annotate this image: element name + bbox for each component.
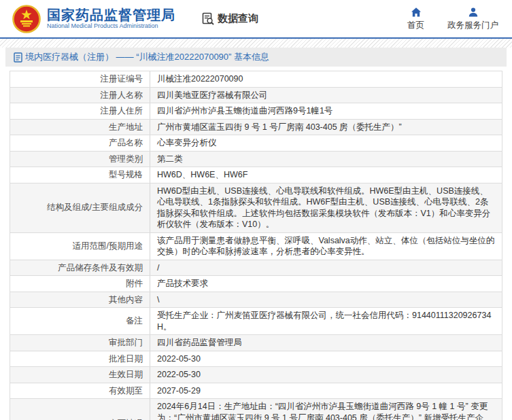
data-query-label: 数据查询 [218,12,258,25]
row-value: 2027-05-29 [150,383,502,399]
row-label: 结构及组成/主要组成成分 [10,183,150,232]
row-value: 心率变异分析仪 [150,135,502,151]
row-label: 审批部门 [10,335,150,351]
nav-gov-portal-label: 政务服务门户 [447,20,498,31]
nav-gov-portal[interactable]: 政务服务门户 [447,7,498,31]
org-name-cn: 国家药品监督管理局 [47,7,175,22]
top-nav: 首页 政务服务门户 [407,7,504,31]
row-label: 生产地址 [10,120,150,135]
row-value: 产品技术要求 [150,276,502,292]
table-row-model-spec: 型号规格 HW6D、HW6E、HW6F [10,167,502,183]
row-value: 受托生产企业：广州麦笛亚医疗器械有限公司，统一社会信用代码：9144011132… [150,308,502,334]
row-label: 批准日期 [10,351,150,367]
striped-background-band [0,39,512,48]
nav-home-label: 首页 [407,20,424,31]
breadcrumb: 境内医疗器械（注册） —— “川械注准20222070090” 基本信息 [5,48,507,67]
row-label: 管理类别 [10,152,150,167]
table-row-structure-composition: 结构及组成/主要组成成分 HW6D型由主机、USB连接线、心电导联线和软件组成。… [10,183,502,233]
row-value: \ [150,292,502,308]
row-value: 该产品用于测量患者做静息平衡、深呼吸、Valsalva动作、站立、体位（包括站位… [150,233,502,260]
table-row-registration-number: 注册证编号 川械注准20222070090 [10,71,502,88]
row-value: / [150,260,502,276]
org-name-en: National Medical Products Administration [47,22,175,30]
home-icon [411,7,422,18]
table-row-management-category: 管理类别 第二类 [10,152,502,168]
table-row-remarks: 备注 受托生产企业：广州麦笛亚医疗器械有限公司，统一社会信用代码：9144011… [10,308,502,335]
table-row-intended-use: 适用范围/预期用途 该产品用于测量患者做静息平衡、深呼吸、Valsalva动作、… [10,233,502,260]
nav-home[interactable]: 首页 [407,7,424,31]
table-row-production-address: 生产地址 广州市黄埔区蓝玉四街 9 号 1 号厂房南 403-405 房（委托生… [10,120,502,136]
row-label: 注册人名称 [10,88,150,103]
brand-block: 国家药品监督管理局 National Medical Products Admi… [47,7,175,30]
registration-info-table: 注册证编号 川械注准20222070090 注册人名称 四川美地亚医疗器械有限公… [10,71,502,420]
national-emblem-logo [12,5,41,33]
row-value: 广州市黄埔区蓝玉四街 9 号 1 号厂房南 403-405 房（委托生产）” [150,120,502,135]
top-header: 国家药品监督管理局 National Medical Products Admi… [0,0,512,39]
row-value: 第二类 [150,152,502,167]
table-row-attachment: 附件 产品技术要求 [10,276,502,292]
row-label: 型号规格 [10,167,150,183]
data-query-tab[interactable]: 数据查询 [201,12,258,26]
row-label: 产品名称 [10,135,150,151]
table-row-approval-date: 批准日期 2022-05-30 [10,351,502,368]
row-value: HW6D型由主机、USB连接线、心电导联线和软件组成。HW6E型由主机、USB连… [150,183,502,232]
table-row-storage-validity: 产品储存条件及有效期 / [10,260,502,277]
row-value: 四川省药品监督管理局 [150,335,502,351]
row-label: 附件 [10,276,150,292]
row-value: 2022-05-30 [150,351,502,367]
table-row-effective-date: 生效日期 2022-05-30 [10,367,502,383]
row-value: 2024年6月14日：生产地址由：“四川省泸州市泸县玉蟾街道曲河西路 9号 1 … [150,399,502,420]
document-search-icon [201,12,215,26]
table-row-registrant-name: 注册人名称 四川美地亚医疗器械有限公司 [10,88,502,104]
table-row-product-name: 产品名称 心率变异分析仪 [10,135,502,152]
table-row-registrant-address: 注册人住所 四川省泸州市泸县玉蟾街道曲河西路9号1幢1号 [10,103,502,120]
table-row-expiry-date: 有效期至 2027-05-29 [10,383,502,400]
row-label: 注册证编号 [10,71,150,87]
document-icon [14,52,22,63]
row-label: 产品储存条件及有效期 [10,260,150,276]
row-label: 备注 [10,308,150,334]
row-label: 注册人住所 [10,103,150,119]
user-icon [468,7,479,18]
row-label: 适用范围/预期用途 [10,233,150,260]
row-value: 四川美地亚医疗器械有限公司 [150,88,502,103]
table-row-approval-department: 审批部门 四川省药品监督管理局 [10,335,502,351]
table-row-change-history: 变更情况 2024年6月14日：生产地址由：“四川省泸州市泸县玉蟾街道曲河西路 … [10,399,502,420]
page-title: 境内医疗器械（注册） —— “川械注准20222070090” 基本信息 [25,51,269,63]
row-value: 四川省泸州市泸县玉蟾街道曲河西路9号1幢1号 [150,103,502,119]
table-row-other-content: 其他内容 \ [10,292,502,309]
row-label: 有效期至 [10,383,150,399]
row-value: 川械注准20222070090 [150,71,502,87]
row-value: HW6D、HW6E、HW6F [150,167,502,183]
row-value: 2022-05-30 [150,367,502,383]
row-label: 生效日期 [10,367,150,383]
row-label: 其他内容 [10,292,150,308]
row-label: 变更情况 [10,399,150,420]
